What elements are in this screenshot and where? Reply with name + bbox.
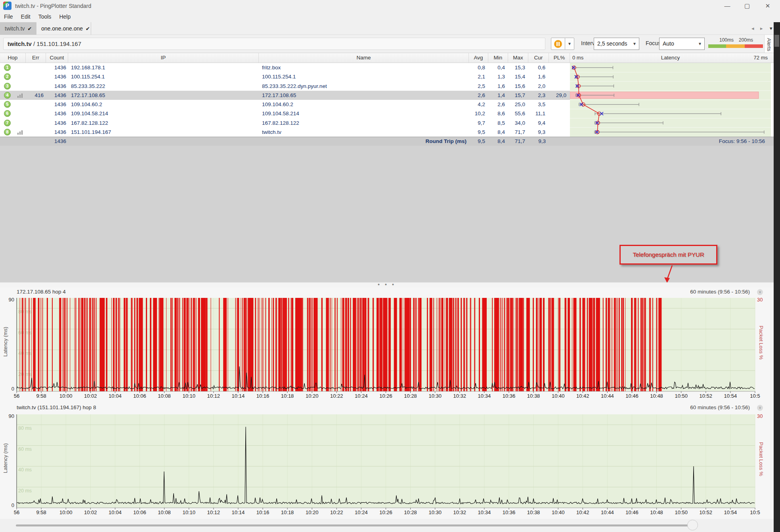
tab-scroll-right-icon[interactable]: ▸ <box>760 25 763 31</box>
column-header-name[interactable]: Name <box>259 53 469 63</box>
close-icon[interactable]: ✕ <box>759 0 777 12</box>
column-header-pl[interactable]: PL% <box>549 53 570 63</box>
x-axis-label: 10:16 <box>251 509 275 515</box>
table-row[interactable]: 44161436172.17.108.65172.17.108.652,61,4… <box>0 91 570 100</box>
pause-dropdown-button[interactable]: ▼ <box>565 38 574 50</box>
table-row[interactable]: 21436100.115.254.1100.115.254.12,11,315,… <box>0 72 570 81</box>
pause-button[interactable] <box>551 38 565 50</box>
collapse-chevron-icon[interactable]: ∨ <box>757 289 763 295</box>
table-row[interactable]: 51436109.104.60.2109.104.60.24,22,625,03… <box>0 100 570 109</box>
tab-list-icon[interactable]: ▾ <box>770 25 772 31</box>
tab-one-one-one-one[interactable]: one.one.one.one✔ <box>36 22 91 35</box>
x-axis-label: 10:22 <box>325 509 348 515</box>
tab-label: twitch.tv <box>5 25 25 32</box>
tab-twitch-tv[interactable]: twitch.tv✔ <box>0 22 36 35</box>
table-row[interactable]: 61436109.104.58.214109.104.58.21410,28,6… <box>0 109 570 118</box>
hop-number-badge: 1 <box>4 64 11 71</box>
cell-max: 15,4 <box>508 72 528 81</box>
x-axis-label: 10:44 <box>595 509 619 515</box>
check-icon: ✔ <box>86 26 90 32</box>
table-row[interactable]: 81436151.101.194.167twitch.tv9,58,471,79… <box>0 128 570 137</box>
column-header-err[interactable]: Err <box>26 53 46 63</box>
menu-item-edit[interactable]: Edit <box>17 12 34 21</box>
round-trip-summary-row[interactable]: Focus: 9:56 - 10:56 1436Round Trip (ms)9… <box>0 137 774 146</box>
hop-number-badge: 4 <box>4 92 11 99</box>
latency-column-header: 0 ms Latency 72 ms <box>570 53 771 63</box>
target-separator: / <box>32 40 37 47</box>
cell-min: 8,5 <box>488 118 508 128</box>
column-header-hop[interactable]: Hop <box>0 53 26 63</box>
svg-text:60 ms: 60 ms <box>18 330 32 336</box>
cell-avg: 10,2 <box>469 109 488 118</box>
svg-text:20 ms: 20 ms <box>18 488 32 494</box>
annotation-arrow-icon <box>654 265 686 284</box>
legend-segment-2 <box>745 44 763 48</box>
chevron-down-icon: ▼ <box>568 42 572 46</box>
latency-range-graph[interactable] <box>570 63 771 137</box>
column-header-ip[interactable]: IP <box>68 53 259 63</box>
trace-table-header: 0 ms Latency 72 ms HopErrCountIPNameAvgM… <box>0 53 774 63</box>
horizontal-scrollbar-thumb[interactable] <box>687 520 698 530</box>
timeline-chart[interactable]: 80 ms60 ms40 ms20 ms <box>0 288 774 395</box>
app-logo-icon: P <box>3 2 11 10</box>
x-axis-label: 10:34 <box>472 393 496 399</box>
target-address-box[interactable]: twitch.tv / 151.101.194.167 <box>3 38 545 50</box>
vertical-scrollbar-thumb[interactable] <box>774 35 779 47</box>
column-header-count[interactable]: Count <box>46 53 68 63</box>
cell-count: 1436 <box>46 82 68 91</box>
cell-max: 55,6 <box>508 109 528 118</box>
focus-value: Auto <box>663 40 674 47</box>
y2-axis-max-label: 30 <box>757 413 763 419</box>
hop-number-badge: 7 <box>4 120 11 126</box>
table-row[interactable]: 3143685.233.35.22285.233.35.222.dyn.pyur… <box>0 82 570 91</box>
maximize-icon[interactable]: ▢ <box>738 0 756 12</box>
menu-item-help[interactable]: Help <box>55 12 75 21</box>
tab-scroll-left-icon[interactable]: ◂ <box>751 25 754 31</box>
x-axis-label: 10:20 <box>300 393 324 399</box>
cell-pl: 29,0 <box>549 91 570 100</box>
collapse-chevron-icon[interactable]: ∨ <box>757 405 763 411</box>
focus-range-text: Focus: 9:56 - 10:56 <box>719 137 765 146</box>
vertical-scrollbar[interactable] <box>774 22 780 532</box>
legend-segment-0 <box>708 44 726 48</box>
cell-count: 1436 <box>46 100 68 109</box>
minimize-icon[interactable]: — <box>718 0 736 12</box>
interval-select[interactable]: 2,5 seconds▼ <box>594 38 639 50</box>
target-host: twitch.tv <box>8 40 32 47</box>
x-axis-label: 10:02 <box>78 393 102 399</box>
pane-splitter[interactable]: ● ● ● <box>0 282 774 288</box>
menu-item-tools[interactable]: Tools <box>34 12 55 21</box>
column-header-max[interactable]: Max <box>508 53 528 63</box>
hop4-graph-title: 172.17.108.65 hop 4 <box>17 289 66 295</box>
cell-cur: 9,3 <box>528 128 549 137</box>
x-axis-label: 10:36 <box>497 509 521 515</box>
x-axis-label: 10:38 <box>522 393 545 399</box>
column-header-avg[interactable]: Avg <box>469 53 488 63</box>
column-header-cur[interactable]: Cur <box>528 53 549 63</box>
x-axis-label: 10:32 <box>448 393 472 399</box>
column-header-min[interactable]: Min <box>488 53 508 63</box>
cell-cur: 11,1 <box>528 109 549 118</box>
hop8-graph-window: 60 minutes (9:56 - 10:56) <box>690 404 750 410</box>
menu-item-file[interactable]: File <box>0 12 17 21</box>
y2-axis-max-label: 30 <box>757 297 763 303</box>
cell-count: 1436 <box>46 91 68 100</box>
cell-avg: 0,8 <box>469 63 488 72</box>
x-axis-label: 10:52 <box>694 509 718 515</box>
summary-label: Round Trip (ms) <box>259 137 469 146</box>
cell-ip: 100.115.254.1 <box>68 72 259 81</box>
trace-table-body: 11436192.168.178.1fritz.box0,80,415,30,6… <box>0 63 774 137</box>
x-axis-label: 10:28 <box>399 509 422 515</box>
x-axis-label: 10:24 <box>349 509 373 515</box>
focus-select[interactable]: Auto▼ <box>659 38 705 50</box>
cell-cur: 1,6 <box>528 72 549 81</box>
summary-cur: 9,3 <box>528 137 549 146</box>
table-row[interactable]: 71436167.82.128.122167.82.128.1229,78,53… <box>0 118 570 128</box>
x-axis-label: 10:5 <box>743 393 767 399</box>
table-row[interactable]: 11436192.168.178.1fritz.box0,80,415,30,6 <box>0 63 570 72</box>
timeline-chart[interactable]: 80 ms60 ms40 ms20 ms <box>0 288 774 511</box>
horizontal-scrollbar-track[interactable] <box>16 524 694 526</box>
chevron-down-icon: ▼ <box>698 38 702 50</box>
x-axis-label: 10:40 <box>546 509 570 515</box>
y-axis-title: Latency (ms) <box>2 443 8 473</box>
